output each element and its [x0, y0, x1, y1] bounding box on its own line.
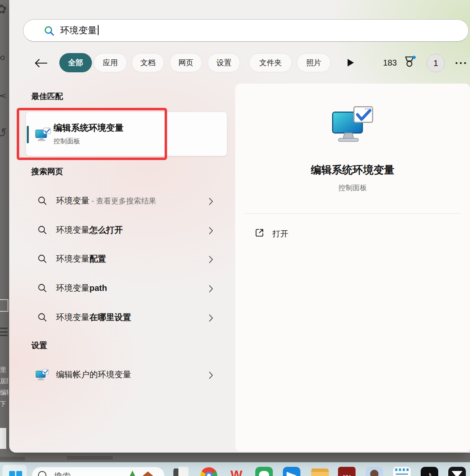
search-highlight-tree-icon: [128, 471, 137, 476]
desktop-doodle-icon: ✂: [0, 89, 7, 103]
web-suggestion-row[interactable]: 环境变量在哪里设置: [26, 303, 227, 332]
best-match-title: 编辑系统环境变量: [53, 122, 124, 134]
search-icon: [38, 254, 48, 264]
best-match-subtitle: 控制面板: [53, 137, 80, 146]
notes-app-icon[interactable]: [393, 467, 411, 476]
chevron-right-icon: [209, 314, 213, 322]
search-query-text: 环境变量: [60, 25, 97, 36]
preview-subtitle: 控制面板: [235, 183, 470, 193]
desktop-icon-label: 编辑: [0, 387, 8, 398]
desktop-window-edge: [0, 428, 6, 449]
chevron-right-icon: [209, 198, 213, 205]
douyin-icon[interactable]: ♪: [421, 467, 438, 476]
desktop-icon-label: 居民: [0, 376, 8, 387]
tab-web[interactable]: 网页: [170, 53, 202, 72]
desktop-icon-label: 下: [0, 398, 8, 409]
text-caret: [98, 25, 99, 35]
preview-title: 编辑系统环境变量: [235, 163, 470, 177]
taskbar: 搜索 W NV ♪: [0, 462, 470, 476]
web-suggestion-row[interactable]: 环境变量 - 查看更多搜索结果: [26, 186, 227, 216]
open-action-label: 打开: [272, 229, 288, 239]
photo-app-icon[interactable]: [366, 467, 383, 476]
section-header-web-search: 搜索网页: [31, 166, 63, 177]
section-header-settings: 设置: [31, 340, 47, 351]
chevron-right-icon: [209, 256, 213, 263]
account-badge[interactable]: 1: [427, 54, 445, 72]
rewards-icon[interactable]: [403, 56, 417, 69]
preview-pane: 编辑系统环境变量 控制面板 打开: [235, 84, 470, 451]
settings-result-title: 编辑帐户的环境变量: [56, 369, 131, 380]
more-options-button[interactable]: •••: [455, 59, 468, 66]
rewards-points: 183: [372, 58, 397, 68]
desktop-doodle-icon: ✿: [0, 2, 7, 16]
chrome-icon[interactable]: [200, 467, 218, 476]
mail-app-icon[interactable]: [448, 467, 466, 476]
plane-app-icon[interactable]: [283, 467, 300, 476]
wechat-icon[interactable]: [255, 467, 273, 476]
task-view-icon[interactable]: [173, 467, 191, 476]
chevron-right-icon: [209, 372, 213, 379]
start-button[interactable]: [3, 465, 27, 476]
section-header-best-match: 最佳匹配: [31, 91, 63, 102]
system-properties-icon: [36, 368, 49, 382]
search-input[interactable]: 环境变量: [23, 19, 469, 42]
tab-photos[interactable]: 照片: [297, 53, 331, 72]
back-button[interactable]: [33, 58, 48, 68]
search-highlight-house-icon: [139, 471, 157, 476]
windows-logo-icon: [9, 471, 22, 476]
file-explorer-icon[interactable]: [311, 467, 329, 476]
more-tabs-arrow-icon[interactable]: [348, 59, 354, 66]
system-properties-icon-large: [331, 105, 374, 144]
selection-accent-bar: [27, 126, 29, 143]
search-icon: [38, 313, 48, 323]
desktop-doodle-icon: ∞: [0, 50, 5, 64]
open-action[interactable]: 打开: [254, 227, 338, 242]
desktop-text-smudge: [0, 457, 25, 461]
desktop-icon-label: 里: [0, 364, 8, 375]
tab-settings[interactable]: 设置: [208, 53, 240, 72]
web-suggestion-row[interactable]: 环境变量配置: [26, 244, 227, 274]
settings-result-row[interactable]: 编辑帐户的环境变量: [26, 360, 227, 389]
search-icon: [38, 196, 48, 206]
search-icon: [38, 471, 46, 476]
search-icon: [44, 25, 55, 36]
system-properties-icon: [35, 126, 51, 143]
taskbar-search-placeholder: 搜索: [54, 471, 71, 476]
search-icon: [38, 225, 48, 235]
tab-documents[interactable]: 文档: [132, 53, 164, 72]
tab-apps[interactable]: 应用: [94, 53, 127, 72]
wps-icon[interactable]: W: [228, 467, 245, 476]
search-icon: [38, 283, 48, 293]
windows-search-panel: 环境变量 全部 应用 文档 网页 设置 文件夹 照片 183 1 ••• 最佳匹…: [9, 0, 470, 453]
tab-all[interactable]: 全部: [59, 53, 92, 72]
chevron-right-icon: [209, 285, 213, 293]
tab-folders[interactable]: 文件夹: [249, 53, 292, 72]
web-suggestion-row[interactable]: 环境变量怎么打开: [26, 216, 227, 245]
best-match-result[interactable]: 编辑系统环境变量 控制面板: [26, 112, 227, 156]
divider: [244, 213, 461, 214]
desktop-doodle-lines: [0, 328, 8, 336]
open-external-icon: [254, 227, 265, 238]
chevron-right-icon: [209, 227, 213, 234]
desktop-doodle-icon: ↺: [0, 125, 7, 140]
taskbar-search-box[interactable]: 搜索: [32, 467, 165, 476]
desktop-doodle-box: [0, 299, 8, 312]
desktop-text-smudge: [67, 456, 113, 460]
nvidia-app-icon[interactable]: NV: [338, 467, 356, 476]
web-suggestion-row[interactable]: 环境变量path: [26, 274, 227, 303]
